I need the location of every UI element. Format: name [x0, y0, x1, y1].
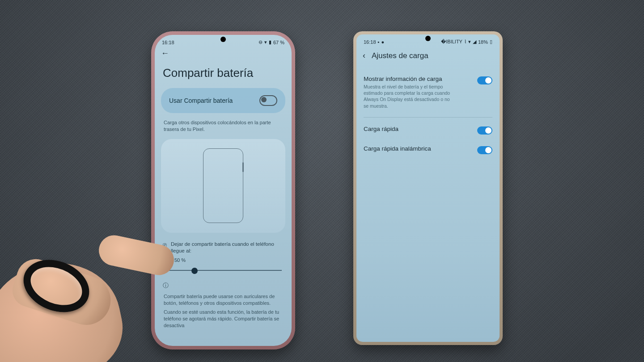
- option-toggle[interactable]: [477, 76, 492, 84]
- status-right-cluster: �IBILITY ⌇ ▾ ◢ 18% ▯: [441, 39, 492, 45]
- battery-share-description: Carga otros dispositivos colocándolos en…: [155, 113, 292, 137]
- battery-share-toggle[interactable]: [259, 95, 277, 106]
- notif-icon-2: ●: [381, 39, 384, 45]
- phone-outline-graphic: [203, 148, 243, 223]
- notif-icon-1: ▪: [378, 39, 380, 45]
- option-fast-charging[interactable]: Carga rápida: [356, 120, 500, 140]
- divider: [364, 117, 492, 118]
- signal-icon: ◢: [473, 39, 476, 45]
- status-battery-text: 18%: [478, 39, 488, 45]
- status-battery-text: 67 %: [273, 40, 284, 45]
- option-title: Carga rápida: [364, 126, 398, 132]
- threshold-label: Dejar de compartir batería cuando el tel…: [171, 241, 284, 255]
- footer-text-1: Compartir batería puede usarse con auric…: [155, 292, 292, 308]
- option-title: Mostrar información de carga: [364, 76, 453, 82]
- battery-icon: ▮: [269, 39, 271, 45]
- option-show-charging-info[interactable]: Mostrar información de carga Muestra el …: [356, 70, 500, 114]
- option-title: Carga rápida inalámbrica: [364, 145, 431, 152]
- vibrate-icon: ⌇: [464, 39, 466, 45]
- dnd-icon: ⊖: [258, 39, 263, 45]
- footer-text-2: Cuando se esté usando esta función, la b…: [155, 308, 292, 330]
- option-fast-wireless-charging[interactable]: Carga rápida inalámbrica: [356, 140, 500, 160]
- header-row: ‹ Ajustes de carga: [356, 46, 500, 70]
- pixel-phone-frame: 16:18 ⊖ ▾ ▮ 67 % ← Compartir batería Usa…: [151, 31, 295, 349]
- status-time: 16:18: [162, 40, 174, 45]
- battery-share-label: Usar Compartir batería: [169, 97, 233, 104]
- status-time: 16:18: [364, 39, 376, 45]
- threshold-row[interactable]: ⎚ Dejar de compartir batería cuando el t…: [155, 235, 292, 257]
- samsung-phone-frame: 16:18 ▪ ● �IBILITY ⌇ ▾ ◢ 18% ▯ ‹ Ajustes…: [353, 31, 503, 345]
- front-camera-right: [425, 36, 431, 41]
- threshold-slider[interactable]: [165, 267, 282, 274]
- fabric-background: [0, 0, 644, 362]
- battery-share-illustration: [161, 139, 285, 233]
- option-toggle[interactable]: [477, 126, 492, 135]
- page-title: Compartir batería: [155, 60, 292, 88]
- battery-share-toggle-card[interactable]: Usar Compartir batería: [161, 88, 285, 113]
- wifi-icon: ▾: [468, 39, 471, 45]
- option-subtitle: Muestra el nivel de batería y el tiempo …: [364, 84, 453, 109]
- page-title: Ajustes de carga: [372, 51, 428, 60]
- samsung-screen: 16:18 ▪ ● �IBILITY ⌇ ▾ ◢ 18% ▯ ‹ Ajustes…: [356, 34, 500, 342]
- threshold-value: 50 %: [155, 257, 292, 265]
- back-button[interactable]: ‹: [363, 51, 365, 60]
- wifi-icon: ▾: [264, 39, 267, 45]
- pixel-screen: 16:18 ⊖ ▾ ▮ 67 % ← Compartir batería Usa…: [155, 35, 292, 346]
- slider-track: [165, 270, 282, 271]
- battery-threshold-icon: ⎚: [163, 241, 166, 248]
- option-toggle[interactable]: [477, 146, 492, 154]
- battery-icon: ▯: [490, 39, 492, 45]
- info-icon: ⓘ: [155, 274, 292, 292]
- back-button[interactable]: ←: [155, 47, 292, 60]
- bluetooth-icon: �IBILITY: [441, 39, 462, 45]
- status-right-cluster: ⊖ ▾ ▮ 67 %: [258, 39, 284, 45]
- front-camera-left: [220, 37, 226, 42]
